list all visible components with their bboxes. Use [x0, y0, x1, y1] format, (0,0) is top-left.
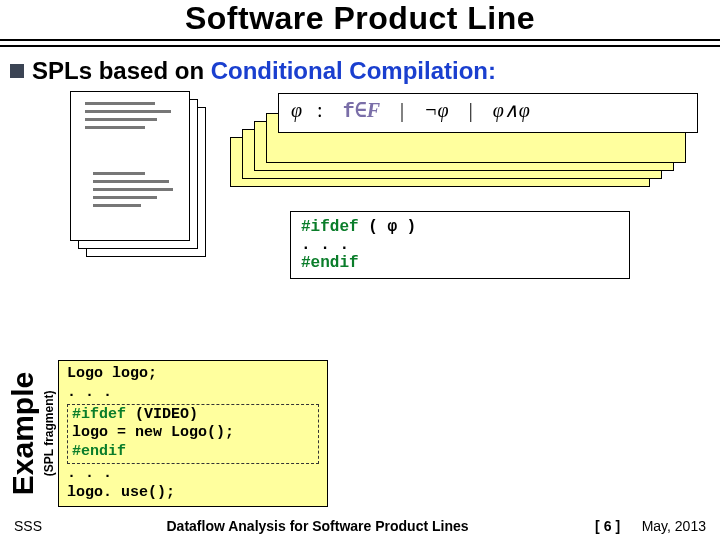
example-block: Example (SPL fragment) Logo logo; . . . …	[6, 360, 328, 507]
example-sublabel: (SPL fragment)	[40, 360, 58, 507]
footer-page: [6]	[593, 518, 622, 534]
code-l3: #ifdef (VIDEO)	[72, 406, 314, 425]
diagram-area: φ : f∈F | ¬φ | φ∧φ #ifdef ( φ ) . . . #e…	[70, 91, 720, 321]
grammar-box: φ : f∈F | ¬φ | φ∧φ	[278, 93, 698, 133]
ifdef-line: #ifdef ( φ )	[301, 218, 619, 236]
colon: :	[317, 99, 323, 121]
code-l7: logo. use();	[67, 484, 319, 503]
page-num: 6	[604, 518, 612, 534]
code-ifdef-block: #ifdef (VIDEO) logo = new Logo(); #endif	[67, 404, 319, 464]
footer-mid: Dataflow Analysis for Software Product L…	[166, 518, 468, 534]
ifdef-body: . . .	[301, 236, 619, 254]
ifdef-cond: ( φ )	[359, 218, 417, 236]
ifdef-template-box: #ifdef ( φ ) . . . #endif	[290, 211, 630, 279]
grammar-F: F	[367, 99, 380, 121]
pipe1: |	[400, 99, 404, 121]
grammar-neg: ¬φ	[424, 99, 449, 121]
grammar-in: ∈	[355, 100, 367, 123]
bracket-r: ]	[616, 518, 621, 534]
phi-lhs: φ	[291, 99, 302, 121]
footer: SSS Dataflow Analysis for Software Produ…	[0, 518, 720, 534]
grammar-stack: φ : f∈F | ¬φ | φ∧φ	[230, 101, 690, 191]
grammar-and: φ∧φ	[493, 99, 530, 121]
code-l1: Logo logo;	[67, 365, 319, 384]
pipe2: |	[469, 99, 473, 121]
endif-kw: #endif	[301, 254, 619, 272]
footer-left: SSS	[14, 518, 42, 534]
title-rule	[0, 39, 720, 47]
footer-date: May, 2013	[642, 518, 706, 534]
code-l6: . . .	[67, 465, 319, 484]
code-l5: #endif	[72, 443, 314, 462]
slide-title: Software Product Line	[0, 0, 720, 39]
main-bullet: SPLs based on Conditional Compilation:	[0, 47, 720, 91]
ifdef-kw: #ifdef	[301, 218, 359, 236]
bracket-l: [	[595, 518, 600, 534]
example-label: Example	[6, 360, 40, 507]
footer-right-group: [6] May, 2013	[593, 518, 706, 534]
code-ifdef-kw: #ifdef	[72, 406, 126, 423]
bullet-text: SPLs based on Conditional Compilation:	[32, 57, 496, 85]
doc-front	[70, 91, 190, 241]
bullet-icon	[10, 64, 24, 78]
bullet-text-blue: Conditional Compilation:	[211, 57, 496, 84]
bullet-text-prefix: SPLs based on	[32, 57, 211, 84]
grammar-f: f	[343, 100, 355, 123]
code-l4: logo = new Logo();	[72, 424, 314, 443]
code-ifdef-cond: (VIDEO)	[126, 406, 198, 423]
code-l2: . . .	[67, 384, 319, 403]
example-code: Logo logo; . . . #ifdef (VIDEO) logo = n…	[58, 360, 328, 507]
